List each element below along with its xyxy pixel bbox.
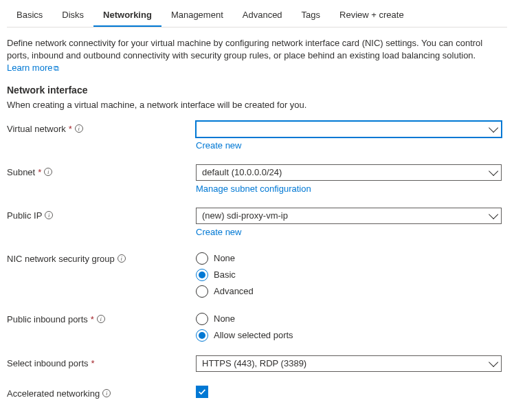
tab-tags[interactable]: Tags (292, 5, 330, 27)
required-marker: * (91, 358, 95, 368)
sip-dropdown[interactable]: HTTPS (443), RDP (3389) (196, 355, 502, 372)
subnet-label: Subnet (7, 167, 35, 177)
radio-label: Allow selected ports (214, 330, 293, 340)
nsg-label: NIC network security group (7, 254, 115, 264)
pip-radio-group: None Allow selected ports (196, 311, 502, 342)
tab-advanced[interactable]: Advanced (233, 5, 292, 27)
info-icon[interactable]: i (97, 315, 105, 323)
vnet-dropdown[interactable] (196, 121, 502, 137)
radio-label: Basic (214, 269, 236, 280)
tab-networking[interactable]: Networking (93, 5, 161, 27)
sip-label: Select inbound ports (7, 358, 89, 368)
tab-bar: Basics Disks Networking Management Advan… (7, 5, 507, 27)
intro-body: Define network connectivity for your vir… (7, 38, 482, 60)
tab-basics[interactable]: Basics (7, 5, 52, 27)
learn-more-link[interactable]: Learn more⧉ (7, 63, 59, 73)
required-marker: * (38, 167, 41, 177)
tab-disks[interactable]: Disks (52, 5, 93, 27)
required-marker: * (69, 124, 72, 134)
subnet-manage-link[interactable]: Manage subnet configuration (196, 184, 502, 194)
subnet-dropdown[interactable]: default (10.0.0.0/24) (196, 164, 502, 181)
info-icon[interactable]: i (44, 168, 52, 176)
publicip-label: Public IP (7, 210, 42, 221)
pip-radio-allow[interactable]: Allow selected ports (196, 329, 502, 342)
sip-value: HTTPS (443), RDP (3389) (202, 358, 306, 368)
nsg-radio-group: None Basic Advanced (196, 251, 502, 298)
chevron-down-icon (489, 209, 498, 219)
publicip-dropdown[interactable]: (new) sdi-proxy-vm-ip (196, 208, 502, 224)
vnet-label: Virtual network (7, 124, 66, 134)
info-icon[interactable]: i (102, 389, 111, 397)
nsg-radio-none[interactable]: None (196, 252, 502, 265)
chevron-down-icon (489, 122, 498, 132)
nsg-radio-basic[interactable]: Basic (196, 269, 502, 281)
learn-more-label: Learn more (7, 63, 52, 73)
external-link-icon: ⧉ (54, 64, 59, 72)
checkmark-icon (197, 387, 207, 397)
vnet-create-new-link[interactable]: Create new (196, 140, 502, 151)
info-icon[interactable]: i (75, 124, 83, 133)
nsg-radio-advanced[interactable]: Advanced (196, 285, 502, 298)
publicip-create-new-link[interactable]: Create new (196, 227, 502, 237)
pip-radio-none[interactable]: None (196, 313, 502, 325)
section-subtext: When creating a virtual machine, a netwo… (7, 100, 507, 110)
tab-review-create[interactable]: Review + create (330, 5, 414, 27)
tab-management[interactable]: Management (161, 5, 233, 27)
intro-text: Define network connectivity for your vir… (7, 37, 507, 75)
accel-label: Accelerated networking (7, 388, 100, 399)
radio-label: Advanced (214, 286, 254, 296)
required-marker: * (91, 314, 94, 324)
info-icon[interactable]: i (118, 254, 126, 263)
section-heading: Network interface (7, 85, 507, 96)
subnet-value: default (10.0.0.0/24) (202, 167, 282, 177)
pip-label: Public inbound ports (7, 314, 88, 324)
radio-label: None (214, 253, 235, 263)
info-icon[interactable]: i (45, 211, 53, 219)
radio-label: None (214, 313, 235, 324)
chevron-down-icon (489, 166, 498, 175)
accel-checkbox[interactable] (196, 386, 208, 398)
chevron-down-icon (489, 357, 498, 366)
publicip-value: (new) sdi-proxy-vm-ip (202, 210, 288, 221)
